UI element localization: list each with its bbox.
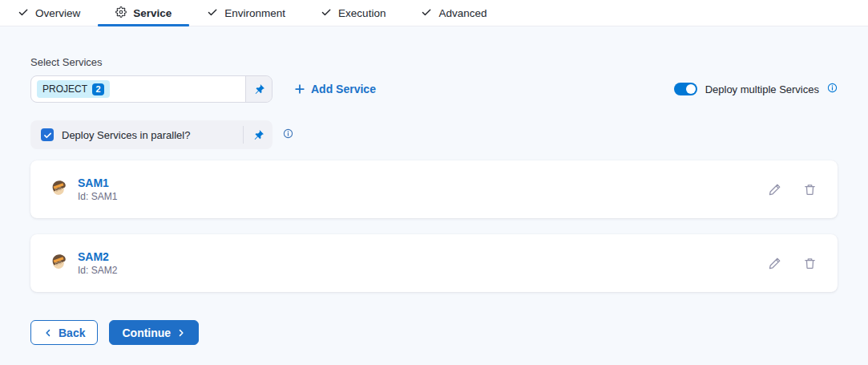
check-icon <box>421 6 432 20</box>
add-service-label: Add Service <box>311 83 376 95</box>
pin-parallel-button[interactable] <box>244 120 273 149</box>
deploy-multiple-toggle[interactable] <box>674 83 697 95</box>
trash-icon <box>803 183 817 197</box>
tab-overview[interactable]: Overview <box>0 0 98 26</box>
chevron-right-icon <box>176 328 186 338</box>
trash-icon <box>803 257 817 270</box>
pencil-icon <box>768 257 781 270</box>
edit-service-button[interactable] <box>766 181 783 198</box>
services-multiselect-field[interactable]: PROJECT 2 <box>31 76 246 102</box>
check-icon <box>18 6 29 20</box>
info-icon[interactable] <box>283 128 293 142</box>
service-name-link[interactable]: SAM1 <box>78 176 117 189</box>
delete-service-button[interactable] <box>801 255 818 272</box>
tab-label: Service <box>133 7 172 19</box>
step-tabbar: Overview Service Environment Execution A… <box>0 0 868 26</box>
deploy-parallel-label: Deploy Services in parallel? <box>62 129 190 141</box>
pushpin-icon <box>252 129 264 141</box>
project-tag-chip[interactable]: PROJECT 2 <box>37 80 110 98</box>
edit-service-button[interactable] <box>766 255 783 272</box>
tab-label: Environment <box>224 7 285 19</box>
tab-service[interactable]: Service <box>98 0 189 26</box>
tab-label: Execution <box>338 7 386 19</box>
chevron-left-icon <box>43 328 53 338</box>
service-card-sam1: SAM1 Id: SAM1 <box>30 160 838 218</box>
service-avatar <box>50 253 67 274</box>
pin-services-button[interactable] <box>246 76 272 102</box>
tab-environment[interactable]: Environment <box>189 0 303 26</box>
tab-execution[interactable]: Execution <box>303 0 403 26</box>
add-service-button[interactable]: Add Service <box>294 83 376 95</box>
service-id-text: Id: SAM1 <box>78 191 117 202</box>
pushpin-icon <box>253 83 265 95</box>
pencil-icon <box>768 183 781 197</box>
delete-service-button[interactable] <box>801 181 818 198</box>
service-id-text: Id: SAM2 <box>78 265 117 276</box>
tab-label: Advanced <box>438 7 486 19</box>
project-tag-label: PROJECT <box>42 83 87 95</box>
plus-icon <box>294 83 305 95</box>
service-step-content: Select Services PROJECT 2 Add Service De… <box>0 26 868 365</box>
deploy-parallel-checkbox[interactable] <box>41 128 54 141</box>
info-icon[interactable] <box>827 83 838 95</box>
project-tag-count-badge: 2 <box>92 83 104 95</box>
tab-advanced[interactable]: Advanced <box>403 0 504 26</box>
deploy-multiple-label: Deploy multiple Services <box>705 83 819 95</box>
service-card-sam2: SAM2 Id: SAM2 <box>30 234 838 292</box>
back-button-label: Back <box>59 326 85 339</box>
toggle-knob <box>686 84 696 94</box>
back-button[interactable]: Back <box>30 320 98 345</box>
check-icon <box>43 131 52 140</box>
select-services-label: Select Services <box>30 26 838 68</box>
deploy-parallel-field: Deploy Services in parallel? <box>30 120 273 149</box>
continue-button[interactable]: Continue <box>109 320 199 345</box>
continue-button-label: Continue <box>122 326 171 339</box>
select-services-input[interactable]: PROJECT 2 <box>30 75 273 103</box>
check-icon <box>207 6 218 20</box>
gear-icon <box>115 6 127 20</box>
check-icon <box>321 6 332 20</box>
service-name-link[interactable]: SAM2 <box>78 250 117 263</box>
tab-label: Overview <box>35 7 80 19</box>
service-avatar <box>50 179 67 200</box>
